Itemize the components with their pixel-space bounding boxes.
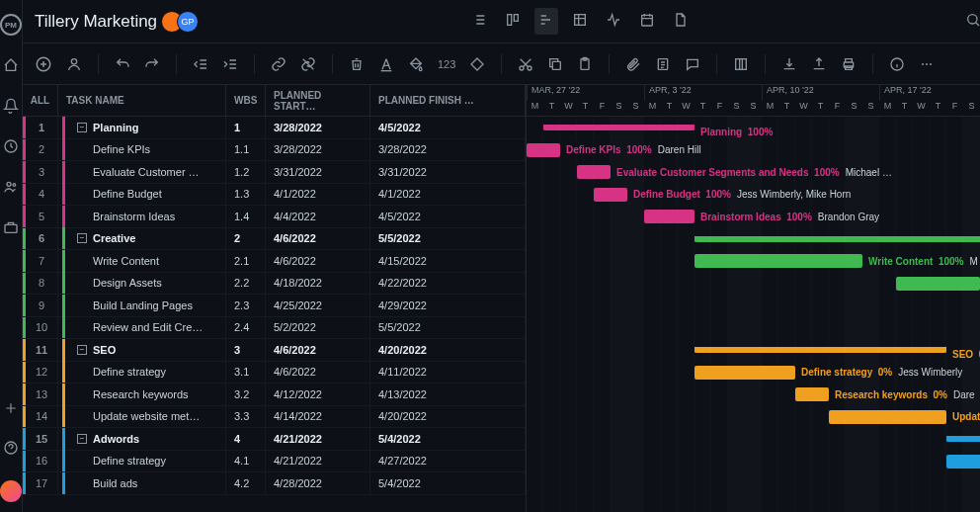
- task-name-cell[interactable]: Brainstorm Ideas: [58, 206, 226, 227]
- gantt-row[interactable]: Write Content 100%M: [527, 250, 980, 273]
- gantt-bar[interactable]: D: [896, 277, 980, 291]
- task-row[interactable]: 14 Update website met… 3.3 4/14/2022 4/2…: [23, 406, 526, 429]
- end-cell[interactable]: 3/28/2022: [370, 139, 526, 161]
- gantt-bar[interactable]: [946, 455, 980, 469]
- task-name-cell[interactable]: −Creative: [58, 228, 226, 250]
- gantt-bar[interactable]: Brainstorm Ideas 100%Brandon Gray: [644, 210, 694, 223]
- task-row[interactable]: 10 Review and Edit Cre… 2.4 5/2/2022 5/5…: [23, 317, 526, 340]
- task-row[interactable]: 7 Write Content 2.1 4/6/2022 4/15/2022: [23, 250, 526, 273]
- gantt-row[interactable]: [527, 472, 980, 495]
- cut-button[interactable]: [518, 56, 533, 72]
- gantt-bar[interactable]: Update: [829, 410, 946, 424]
- start-cell[interactable]: 4/21/2022: [266, 428, 370, 450]
- calendar-view-icon[interactable]: [635, 8, 659, 35]
- collapse-icon[interactable]: −: [77, 233, 87, 243]
- start-cell[interactable]: 4/6/2022: [266, 228, 370, 250]
- task-name-cell[interactable]: Design Assets: [58, 273, 226, 295]
- gantt-bar[interactable]: Research keywords 0%Dare: [795, 387, 829, 401]
- gantt-bar[interactable]: Write Content 100%M: [694, 254, 862, 268]
- start-cell[interactable]: 4/1/2022: [266, 184, 370, 206]
- task-name-cell[interactable]: Build Landing Pages: [58, 295, 226, 316]
- end-cell[interactable]: 4/5/2022: [370, 117, 526, 138]
- task-row[interactable]: 5 Brainstorm Ideas 1.4 4/4/2022 4/5/2022: [23, 206, 526, 228]
- import-button[interactable]: [781, 56, 797, 72]
- home-icon[interactable]: [3, 57, 19, 76]
- bell-icon[interactable]: [3, 98, 19, 117]
- gantt-row[interactable]: [527, 451, 980, 473]
- task-name-cell[interactable]: Review and Edit Cre…: [58, 317, 226, 339]
- task-name-cell[interactable]: Define KPIs: [58, 139, 226, 161]
- info-button[interactable]: [889, 56, 905, 72]
- task-row[interactable]: 4 Define Budget 1.3 4/1/2022 4/1/2022: [23, 184, 526, 207]
- start-cell[interactable]: 3/28/2022: [266, 117, 370, 138]
- redo-button[interactable]: [144, 56, 160, 72]
- start-cell[interactable]: 4/6/2022: [266, 339, 370, 361]
- task-row[interactable]: 17 Build ads 4.2 4/28/2022 5/4/2022: [23, 472, 526, 495]
- gantt-row[interactable]: D: [527, 273, 980, 296]
- end-cell[interactable]: 4/29/2022: [370, 295, 526, 316]
- task-row[interactable]: 2 Define KPIs 1.1 3/28/2022 3/28/2022: [23, 139, 526, 162]
- end-cell[interactable]: 3/31/2022: [370, 161, 526, 183]
- outdent-button[interactable]: [193, 56, 208, 72]
- file-view-icon[interactable]: [669, 8, 693, 35]
- undo-button[interactable]: [115, 56, 130, 72]
- gantt-row[interactable]: Define KPIs 100%Daren Hill: [527, 139, 980, 162]
- add-task-button[interactable]: [35, 55, 52, 73]
- start-cell[interactable]: 4/14/2022: [266, 406, 370, 428]
- user-avatar[interactable]: [0, 480, 22, 502]
- member-avatar[interactable]: GP: [177, 11, 199, 33]
- task-name-cell[interactable]: Define strategy: [58, 451, 226, 472]
- gantt-bar[interactable]: Define strategy 0%Jess Wimberly: [694, 366, 795, 380]
- clock-icon[interactable]: [3, 138, 19, 157]
- end-cell[interactable]: 5/4/2022: [370, 428, 526, 450]
- start-cell[interactable]: 5/2/2022: [266, 317, 370, 339]
- end-cell[interactable]: 5/5/2022: [370, 317, 526, 339]
- gantt-bar[interactable]: SEO 0%: [694, 347, 946, 353]
- end-cell[interactable]: 5/5/2022: [370, 228, 526, 250]
- start-cell[interactable]: 4/18/2022: [266, 273, 370, 295]
- end-cell[interactable]: 4/15/2022: [370, 250, 526, 272]
- task-row[interactable]: 9 Build Landing Pages 2.3 4/25/2022 4/29…: [23, 295, 526, 317]
- start-cell[interactable]: 3/31/2022: [266, 161, 370, 183]
- task-name-cell[interactable]: Define Budget: [58, 184, 226, 206]
- task-row[interactable]: 3 Evaluate Customer … 1.2 3/31/2022 3/31…: [23, 161, 526, 184]
- copy-button[interactable]: [547, 56, 563, 72]
- unlink-button[interactable]: [300, 56, 316, 72]
- app-logo[interactable]: PM: [0, 14, 22, 36]
- gantt-row[interactable]: Planning 100%: [527, 117, 980, 139]
- task-name-cell[interactable]: −Adwords: [58, 428, 226, 450]
- end-cell[interactable]: 4/22/2022: [370, 273, 526, 295]
- end-cell[interactable]: 5/4/2022: [370, 472, 526, 494]
- delete-button[interactable]: [349, 56, 365, 72]
- gantt-row[interactable]: Research keywords 0%Dare: [527, 384, 980, 406]
- start-cell[interactable]: 4/21/2022: [266, 451, 370, 472]
- col-all[interactable]: ALL: [23, 85, 58, 116]
- collapse-icon[interactable]: −: [77, 123, 87, 132]
- end-cell[interactable]: 4/20/2022: [370, 339, 526, 361]
- task-row[interactable]: 13 Research keywords 3.2 4/12/2022 4/13/…: [23, 384, 526, 406]
- percent-button[interactable]: 123: [438, 58, 455, 70]
- gantt-row[interactable]: [527, 295, 980, 317]
- briefcase-icon[interactable]: [3, 219, 19, 238]
- task-name-cell[interactable]: −SEO: [58, 339, 226, 361]
- board-view-icon[interactable]: [501, 8, 525, 35]
- gantt-bar[interactable]: Planning 100%: [543, 125, 694, 130]
- task-row[interactable]: 6 −Creative 2 4/6/2022 5/5/2022: [23, 228, 526, 251]
- end-cell[interactable]: 4/11/2022: [370, 362, 526, 384]
- task-name-cell[interactable]: Define strategy: [58, 362, 226, 384]
- task-row[interactable]: 16 Define strategy 4.1 4/21/2022 4/27/20…: [23, 451, 526, 473]
- start-cell[interactable]: 4/6/2022: [266, 362, 370, 384]
- start-cell[interactable]: 4/28/2022: [266, 472, 370, 494]
- gantt-view-icon[interactable]: [534, 8, 558, 35]
- task-name-cell[interactable]: Build ads: [58, 472, 226, 494]
- task-row[interactable]: 11 −SEO 3 4/6/2022 4/20/2022: [23, 339, 526, 362]
- gantt-row[interactable]: Define strategy 0%Jess Wimberly: [527, 362, 980, 384]
- end-cell[interactable]: 4/5/2022: [370, 206, 526, 227]
- fill-color-button[interactable]: [408, 56, 424, 72]
- columns-button[interactable]: [733, 56, 749, 72]
- collapse-icon[interactable]: −: [77, 345, 87, 355]
- gantt-bar[interactable]: [694, 236, 980, 242]
- gantt-row[interactable]: Evaluate Customer Segments and Needs 100…: [527, 161, 980, 184]
- gantt-row[interactable]: SEO 0%: [527, 339, 980, 362]
- col-name[interactable]: TASK NAME: [58, 85, 226, 116]
